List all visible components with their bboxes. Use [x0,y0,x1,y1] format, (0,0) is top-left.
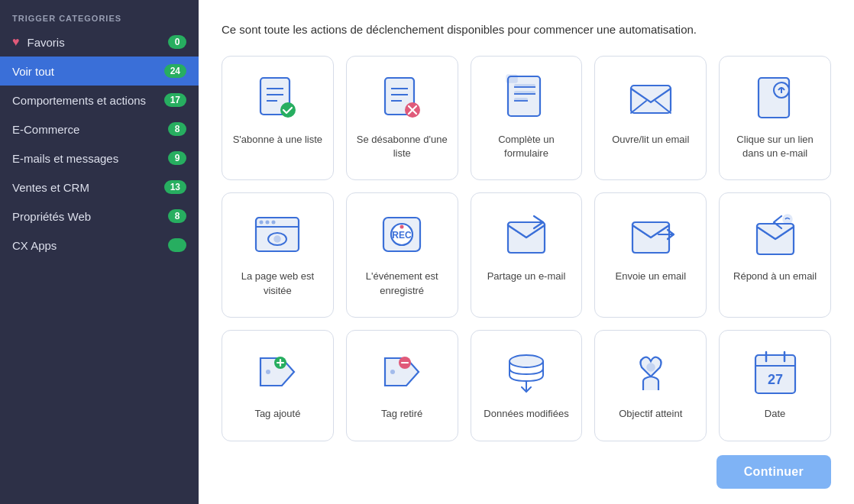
share-email-icon [499,207,554,262]
click-link-icon [748,70,803,125]
trigger-card-subscribe[interactable]: S'abonne à une liste [222,56,334,181]
data-change-icon [499,344,554,399]
trigger-card-label: Partage un e-mail [487,270,566,283]
tag-remove-icon [374,344,429,399]
svg-point-24 [260,221,264,225]
tag-add-icon [250,344,305,399]
trigger-card-label: Tag retiré [381,407,422,421]
event-rec-icon: REC [374,207,429,262]
sidebar-section-title: TRIGGER CATEGORIES [0,8,199,27]
reply-email-icon [748,207,803,262]
sidebar-item-badge: 8 [168,209,186,223]
sidebar-item-badge: 17 [164,93,186,107]
sidebar-item-emails[interactable]: E-mails et messages9 [0,144,199,173]
unsubscribe-icon [374,70,429,125]
trigger-card-label: Ouvre/lit un email [612,133,689,147]
form-icon [499,70,554,125]
trigger-card-label: Clique sur un lien dans un e-mail [727,133,823,160]
trigger-card-label: Complète un formulaire [479,133,574,160]
sidebar-item-cxapps[interactable]: CX Apps [0,231,199,260]
trigger-card-label: Objectif atteint [619,407,682,421]
trigger-card-unsubscribe[interactable]: Se désabonne d'une liste [346,56,458,181]
sidebar-item-label: Voir tout [12,65,54,78]
trigger-card-label: Envoie un email [616,270,687,283]
svg-text:REC: REC [393,230,412,241]
date-icon: 27 [748,344,803,399]
sidebar-item-label: E-Commerce [12,123,79,136]
sidebar: TRIGGER CATEGORIES ♥Favoris0Voir tout24C… [0,0,199,504]
svg-point-45 [647,363,655,371]
trigger-card-tag-remove[interactable]: Tag retiré [346,330,458,441]
sidebar-item-proprietes[interactable]: Propriétés Web8 [0,202,199,231]
sidebar-item-label: E-mails et messages [12,152,118,165]
svg-point-43 [509,355,543,367]
sidebar-item-badge: 24 [164,64,186,78]
trigger-card-label: Répond à un email [733,270,817,283]
trigger-grid: S'abonne à une liste Se désabonne d'une … [222,56,831,442]
sidebar-item-badge: 0 [168,35,186,49]
trigger-card-reply-email[interactable]: Répond à un email [719,192,831,318]
trigger-card-label: La page web est visitée [230,270,325,297]
svg-point-35 [783,215,792,224]
trigger-card-send-email[interactable]: Envoie un email [594,192,707,318]
trigger-card-label: Date [765,407,785,421]
goal-icon [623,344,678,399]
send-email-icon [623,207,678,262]
continue-btn-wrap: Continuer [222,441,831,489]
sidebar-item-ventes[interactable]: Ventes et CRM13 [0,173,199,202]
trigger-card-tag-add[interactable]: Tag ajouté [222,330,334,441]
sidebar-item-badge: 8 [168,122,186,136]
trigger-card-open-email[interactable]: Ouvre/lit un email [594,56,707,181]
svg-point-40 [390,370,395,374]
sidebar-item-badge: 9 [168,151,186,165]
trigger-card-share-email[interactable]: Partage un e-mail [471,192,583,318]
trigger-card-form[interactable]: Complète un formulaire [471,56,583,181]
svg-point-32 [400,225,404,229]
trigger-card-label: Données modifiées [484,407,568,421]
sidebar-item-badge: 13 [164,180,186,194]
sidebar-item-voir-tout[interactable]: Voir tout24 [0,57,199,86]
sidebar-item-comportements[interactable]: Comportements et actions17 [0,86,199,115]
sidebar-item-favoris[interactable]: ♥Favoris0 [0,27,199,57]
trigger-card-data-change[interactable]: Données modifiées [471,330,583,441]
trigger-card-goal[interactable]: Objectif atteint [594,330,707,441]
trigger-card-date[interactable]: 27 Date [719,330,831,441]
main-content: Ce sont toute les actions de déclencheme… [199,0,854,504]
sidebar-item-badge [168,238,186,252]
web-visit-icon [250,207,305,262]
page-description: Ce sont toute les actions de déclencheme… [222,21,831,39]
sidebar-item-label: Favoris [27,36,65,49]
trigger-card-event-rec[interactable]: REC L'événement est enregistré [346,192,458,318]
svg-point-36 [266,370,270,374]
sidebar-item-label: Comportements et actions [12,94,146,107]
svg-point-26 [272,221,276,225]
heart-icon: ♥ [12,35,20,49]
trigger-card-label: L'événement est enregistré [354,270,450,297]
sidebar-item-ecommerce[interactable]: E-Commerce8 [0,115,199,144]
open-email-icon [623,70,678,125]
svg-rect-17 [506,75,517,82]
continue-button[interactable]: Continuer [717,455,831,489]
sidebar-item-label: Propriétés Web [12,210,91,223]
trigger-card-web-visit[interactable]: La page web est visitée [222,192,334,318]
svg-text:27: 27 [768,372,783,387]
sidebar-item-label: CX Apps [12,239,57,252]
trigger-card-label: Tag ajouté [254,407,300,421]
trigger-card-label: Se désabonne d'une liste [354,133,450,160]
svg-point-25 [266,221,270,225]
trigger-card-label: S'abonne à une liste [233,133,322,147]
subscribe-icon [250,70,305,125]
svg-point-28 [274,236,280,242]
trigger-card-click-link[interactable]: Clique sur un lien dans un e-mail [719,56,831,181]
sidebar-item-label: Ventes et CRM [12,181,89,194]
